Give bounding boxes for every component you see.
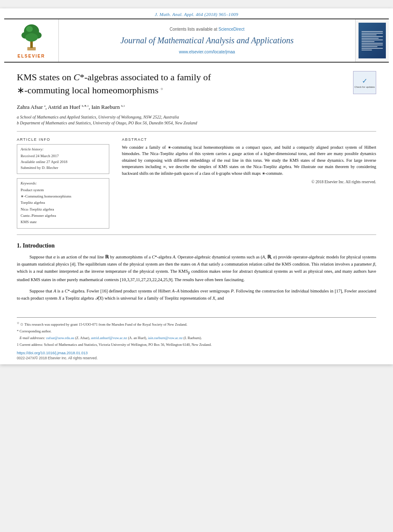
received-date: Received 24 March 2017 — [21, 153, 106, 159]
check-icon: ✓ — [362, 77, 367, 85]
article-info-label: ARTICLE INFO — [17, 137, 109, 142]
current-address-footnote: 1 Current address: School of Mathematics… — [17, 342, 376, 348]
footnote-area: ✩ ✩ This research was supported by grant… — [0, 321, 393, 365]
footer-divider — [17, 317, 376, 318]
journal-title: Journal of Mathematical Analysis and App… — [120, 36, 293, 45]
email-afsar[interactable]: zafsar@uow.edu.au — [46, 336, 74, 340]
paper-title: KMS states on C*-algebras associated to … — [17, 71, 346, 97]
elsevier-logo-section: ELSEVIER — [4, 19, 59, 62]
sciencedirect-link[interactable]: ScienceDirect — [219, 27, 245, 32]
paper-title-section: KMS states on C*-algebras associated to … — [17, 71, 376, 97]
thumb-decoration — [361, 30, 383, 51]
info-abstract-columns: ARTICLE INFO Article history: Received 2… — [17, 137, 376, 229]
keyword-3: Toeplitz algebra — [21, 200, 106, 206]
journal-thumbnail — [355, 19, 389, 62]
keyword-2: ∗-Commuting homeomorphisms — [21, 193, 106, 200]
divider-1 — [17, 131, 376, 132]
page: J. Math. Anal. Appl. 464 (2018) 965–1009… — [0, 8, 393, 364]
authors-line: Zahra Afsar a, Astrid an Huef b,∗,1, Iai… — [17, 104, 376, 111]
keyword-6: KMS state — [21, 219, 106, 225]
contents-available-text: Contents lists available at ScienceDirec… — [170, 27, 245, 32]
article-info-column: ARTICLE INFO Article history: Received 2… — [17, 137, 109, 229]
history-label: Article history: — [21, 147, 106, 151]
email-raeburn-name: (I. Raeburn). — [184, 336, 202, 340]
keywords-label: Keywords: — [21, 181, 106, 185]
available-date: Available online 27 April 2018 — [21, 159, 106, 165]
elsevier-text: ELSEVIER — [18, 54, 45, 58]
section-1-number: 1. — [17, 242, 21, 249]
affiliation-a: a School of Mathematics and Applied Stat… — [17, 115, 376, 119]
journal-thumb-image — [359, 23, 386, 58]
check-updates-badge: ✓ Check for updates — [353, 71, 376, 94]
star-footnote: ✩ ✩ This research was supported by grant… — [17, 321, 376, 327]
intro-para-2: Suppose that A is a C*-algebra. Fowler [… — [17, 287, 376, 302]
section-1-title: 1. Introduction — [17, 242, 376, 249]
journal-header: ELSEVIER Contents lists available at Sci… — [4, 18, 389, 63]
keyword-4: Nica–Toeplitz algebra — [21, 206, 106, 213]
keyword-1: Product system — [21, 187, 106, 193]
citation-text: J. Math. Anal. Appl. 464 (2018) 965–1009 — [155, 12, 238, 17]
email-footnote: E-mail addresses: zafsar@uow.edu.au (Z. … — [17, 335, 376, 341]
abstract-text: We consider a family of ∗-commuting loca… — [122, 144, 376, 177]
paper-title-text: KMS states on C*-algebras associated to … — [17, 71, 346, 97]
corresponding-footnote: * Corresponding author. — [17, 329, 376, 334]
history-box: Article history: Received 24 March 2017 … — [17, 144, 109, 174]
divider-2 — [17, 234, 376, 235]
svg-point-5 — [25, 33, 38, 42]
journal-url[interactable]: www.elsevier.com/locate/jmaa — [179, 50, 235, 54]
email-raeburn[interactable]: iain.raeburn@vuw.ac.nz — [148, 336, 183, 340]
intro-para-1: Suppose that α is an action of the real … — [17, 253, 376, 283]
issn-line: 0022-247X/© 2018 Elsevier Inc. All right… — [17, 356, 376, 360]
affiliation-b: b Department of Mathematics and Statisti… — [17, 121, 376, 125]
abstract-label: ABSTRACT — [122, 137, 376, 142]
email-huef[interactable]: astrid.anhuef@vuw.ac.nz — [91, 336, 127, 340]
copyright-text: © 2018 Elsevier Inc. All rights reserved… — [122, 180, 376, 184]
submitted-by: Submitted by D. Blecher — [21, 165, 106, 171]
main-content: KMS states on C*-algebras associated to … — [0, 63, 393, 311]
keywords-box: Keywords: Product system ∗-Commuting hom… — [17, 178, 109, 229]
email-afsar-name: (Z. Afsar), — [75, 336, 90, 340]
journal-info-center: Contents lists available at ScienceDirec… — [59, 19, 355, 62]
doi-line[interactable]: https://doi.org/10.1016/j.jmaa.2018.01.0… — [17, 351, 376, 355]
svg-point-6 — [26, 26, 33, 32]
keyword-5: Cuntz–Pimsner algebra — [21, 213, 106, 219]
abstract-column: ABSTRACT We consider a family of ∗-commu… — [122, 137, 376, 229]
journal-citation: J. Math. Anal. Appl. 464 (2018) 965–1009 — [0, 8, 393, 18]
email-huef-name: (A. an Huef), — [128, 336, 147, 340]
check-updates-text: Check for updates — [354, 86, 375, 88]
elsevier-tree-icon — [15, 23, 48, 52]
